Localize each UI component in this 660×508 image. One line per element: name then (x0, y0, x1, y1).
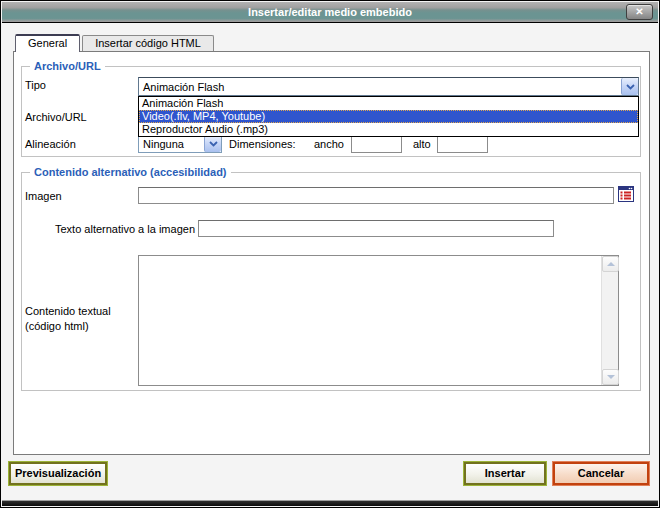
alto-label: alto (413, 137, 431, 151)
ancho-label: ancho (314, 137, 344, 151)
contenido-textual-label-line2: (código html) (25, 319, 89, 333)
tipo-label: Tipo (25, 78, 46, 92)
alineacion-label: Alineación (25, 137, 76, 151)
dropdown-option-video[interactable]: Video(.flv, MP4, Youtube) (139, 110, 638, 123)
imagen-input[interactable] (138, 187, 614, 204)
dimensiones-label: Dimensiones: (229, 137, 296, 151)
contenido-textual-field (138, 255, 619, 386)
fieldset-contenido-legend: Contenido alternativo (accesibilidad) (30, 166, 231, 178)
contenido-textual-label-line1: Contenido textual (25, 304, 111, 318)
dialog-title: Insertar/editar medio embebido (248, 6, 412, 18)
tab-bar: General Insertar código HTML (15, 34, 214, 52)
tab-general[interactable]: General (15, 34, 80, 52)
tipo-select-value: Animación Flash (139, 79, 621, 95)
scrollbar-up-icon[interactable] (602, 256, 619, 272)
close-icon: ✕ (635, 6, 643, 17)
tipo-select-arrow-icon[interactable] (621, 78, 638, 95)
fieldset-archivo-url-legend: Archivo/URL (30, 60, 105, 72)
scrollbar-down-icon[interactable] (602, 369, 619, 385)
tab-insertar-codigo-html[interactable]: Insertar código HTML (82, 35, 214, 51)
imagen-label: Imagen (25, 189, 62, 203)
tipo-select[interactable]: Animación Flash (138, 77, 639, 96)
tipo-dropdown-list: Animación Flash Video(.flv, MP4, Youtube… (138, 96, 639, 137)
alto-input[interactable] (437, 136, 488, 153)
dropdown-option-reproductor-audio[interactable]: Reproductor Audio (.mp3) (139, 123, 638, 136)
dropdown-option-animacion-flash[interactable]: Animación Flash (139, 97, 638, 110)
ancho-input[interactable] (351, 136, 402, 153)
tab-panel-general: Archivo/URL Tipo Animación Flash Archivo… (13, 51, 650, 455)
media-dialog-window: Insertar/editar medio embebido ✕ General… (0, 0, 660, 508)
contenido-textual-textarea[interactable] (139, 256, 601, 385)
texto-alternativo-label: Texto alternativo a la imagen (25, 222, 195, 236)
alineacion-select-value: Ninguna (139, 136, 204, 152)
alineacion-select-arrow-icon[interactable] (204, 136, 221, 152)
browse-image-icon[interactable] (618, 186, 634, 202)
alineacion-select[interactable]: Ninguna (138, 135, 222, 153)
window-bottom-border (2, 500, 658, 506)
texto-alternativo-input[interactable] (198, 220, 554, 237)
textarea-scrollbar[interactable] (601, 256, 618, 385)
cancelar-button[interactable]: Cancelar (553, 462, 649, 485)
dialog-titlebar[interactable]: Insertar/editar medio embebido ✕ (2, 2, 658, 23)
archivo-url-label: Archivo/URL (25, 110, 87, 124)
insertar-button[interactable]: Insertar (464, 462, 546, 485)
close-button[interactable]: ✕ (626, 4, 653, 20)
previsualizacion-button[interactable]: Previsualización (9, 462, 107, 485)
